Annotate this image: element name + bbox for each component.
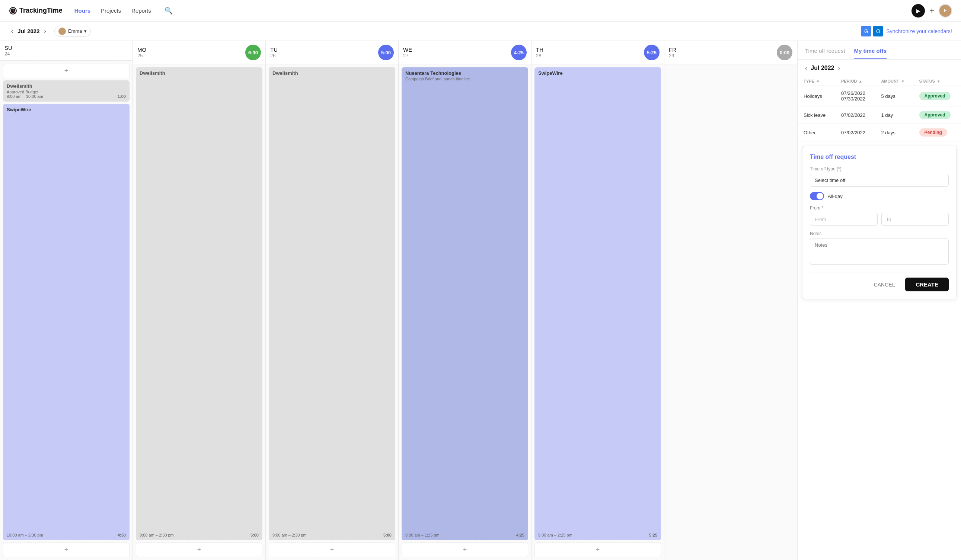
calendar-grid: SU 24 + Dwellsmith Approved Budget 9:00 …: [0, 41, 797, 560]
add-event-sun[interactable]: +: [3, 64, 130, 78]
panel-next-month[interactable]: ›: [838, 65, 840, 71]
col-status[interactable]: STATUS ▾: [913, 77, 961, 86]
nav-hours[interactable]: Hours: [74, 8, 90, 14]
add-event-mon[interactable]: +: [136, 542, 262, 557]
user-chip-avatar: [58, 27, 66, 35]
table-header-row: TYPE ▾ PERIOD ▴ AMOUNT ▾ STATUS ▾: [798, 77, 961, 86]
day-header-sun: SU 24: [0, 41, 132, 61]
cell-status: Approved: [913, 106, 961, 124]
event-dwellsmith-mon[interactable]: Dwellsmith 9:00 am – 2:30 pm 5:00: [136, 67, 262, 540]
day-header-mon: MO 25 6:30: [133, 41, 265, 64]
form-group-from: From *: [810, 205, 949, 226]
amount-sort-icon: ▾: [902, 79, 904, 83]
nav-right: ▶ + E: [911, 4, 952, 18]
main-content: SU 24 + Dwellsmith Approved Budget 9:00 …: [0, 41, 961, 560]
day-abbr-sun: SU: [5, 45, 12, 51]
notes-label: Notes: [810, 231, 949, 236]
time-badge-wed: 4:25: [511, 45, 527, 60]
app-name: TrackingTime: [19, 7, 63, 14]
day-label-mon: MO 25: [137, 47, 146, 58]
event-swipewire-sun[interactable]: SwipeWire 10:00 am – 2:30 pm 4:30: [3, 104, 130, 540]
nav-projects[interactable]: Projects: [101, 8, 121, 14]
user-avatar[interactable]: E: [939, 4, 952, 18]
calendar-icons: G O: [861, 26, 883, 37]
day-label-fri: FR 29: [669, 47, 676, 58]
day-body-mon: Dwellsmith 9:00 am – 2:30 pm 5:00 +: [133, 64, 265, 560]
allday-label: All-day: [828, 194, 843, 199]
time-off-table: TYPE ▾ PERIOD ▴ AMOUNT ▾ STATUS ▾ Holida…: [798, 77, 961, 141]
tab-my-time-offs[interactable]: My time offs: [854, 48, 887, 59]
add-event-tue[interactable]: +: [269, 542, 395, 557]
sync-label[interactable]: Synchronize your calendars!: [886, 28, 952, 34]
cancel-button[interactable]: CANCEL: [868, 278, 901, 291]
day-col-tue: TU 26 5:00 Dwellsmith 9:00 am – 2:30 pm …: [266, 41, 399, 560]
col-amount[interactable]: AMOUNT ▾: [875, 77, 913, 86]
cell-amount: 5 days: [875, 86, 913, 106]
add-event-wed[interactable]: +: [402, 542, 528, 557]
col-period[interactable]: PERIOD ▴: [835, 77, 875, 86]
event-nusantara-wed[interactable]: Nusantara Technologies Campaign Brief an…: [402, 67, 528, 540]
day-col-fri: FR 29 0:00: [664, 41, 797, 560]
cell-period: 07/02/2022: [835, 106, 875, 124]
create-button[interactable]: CREATE: [905, 278, 949, 291]
col-type[interactable]: TYPE ▾: [798, 77, 835, 86]
form-title: Time off request: [810, 154, 949, 160]
day-body-tue: Dwellsmith 9:00 am – 2:30 pm 5:00 +: [266, 64, 398, 560]
toggle-knob: [816, 193, 823, 199]
time-badge-fri: 0:00: [777, 45, 792, 60]
cell-period: 07/26/202207/30/2022: [835, 86, 875, 106]
status-sort-icon: ▾: [938, 79, 939, 83]
day-label-tue: TU 26: [270, 47, 278, 58]
right-panel: Time off request My time offs ‹ Jul 2022…: [797, 41, 961, 560]
event-dwellsmith-tue[interactable]: Dwellsmith 9:00 am – 2:30 pm 5:00: [269, 67, 395, 540]
day-header-wed: WE 27 4:25: [399, 41, 531, 64]
day-header-tue: TU 26 5:00: [266, 41, 398, 64]
cell-amount: 1 day: [875, 106, 913, 124]
nav-reports[interactable]: Reports: [132, 8, 151, 14]
table-row: Other 07/02/2022 2 days Pending: [798, 124, 961, 141]
from-label: From *: [810, 205, 949, 210]
add-event-thu[interactable]: +: [535, 542, 661, 557]
notes-input[interactable]: [810, 239, 949, 265]
panel-prev-month[interactable]: ‹: [805, 65, 807, 71]
event-dwellsmith-sun[interactable]: Dwellsmith Approved Budget 9:00 am – 10:…: [3, 80, 130, 101]
allday-toggle[interactable]: [810, 192, 824, 200]
prev-month-button[interactable]: ‹: [9, 26, 15, 36]
day-header-fri: FR 29 0:00: [664, 41, 797, 64]
status-badge: Approved: [919, 92, 951, 100]
day-body-thu: SwipeWire 9:00 am – 2:25 pm 5:25 +: [532, 64, 664, 560]
nav-links: Hours Projects Reports: [74, 8, 151, 14]
day-col-thu: TH 28 5:25 SwipeWire 9:00 am – 2:25 pm 5…: [532, 41, 664, 560]
form-group-notes: Notes: [810, 231, 949, 266]
user-chip-name: Emma: [68, 28, 82, 34]
table-row: Holidays 07/26/202207/30/2022 5 days App…: [798, 86, 961, 106]
toolbar: ‹ Jul 2022 › Emma ▾ G O Synchronize your…: [0, 22, 961, 41]
add-button[interactable]: +: [929, 6, 934, 16]
next-month-button[interactable]: ›: [42, 26, 48, 36]
search-button[interactable]: 🔍: [164, 7, 173, 15]
event-swipewire-thu[interactable]: SwipeWire 9:00 am – 2:25 pm 5:25: [535, 67, 661, 540]
user-selector[interactable]: Emma ▾: [54, 26, 91, 37]
cell-status: Pending: [913, 124, 961, 141]
allday-toggle-row: All-day: [810, 192, 949, 200]
day-label-sun: SU 24: [5, 45, 12, 56]
play-button[interactable]: ▶: [911, 4, 925, 18]
status-badge: Approved: [919, 111, 951, 119]
from-date-input[interactable]: [810, 213, 877, 226]
navbar: TrackingTime Hours Projects Reports 🔍 ▶ …: [0, 0, 961, 22]
type-sort-icon: ▾: [817, 79, 819, 83]
app-logo: TrackingTime: [9, 7, 63, 15]
day-col-wed: WE 27 4:25 Nusantara Technologies Campai…: [399, 41, 532, 560]
day-abbr-fri: FR: [669, 47, 676, 53]
tab-time-off-request[interactable]: Time off request: [805, 48, 845, 59]
to-date-input[interactable]: [881, 213, 949, 226]
current-month: Jul 2022: [18, 28, 39, 34]
day-body-sun: + Dwellsmith Approved Budget 9:00 am – 1…: [0, 61, 132, 560]
add-event-sun-2[interactable]: +: [3, 542, 130, 557]
chevron-down-icon: ▾: [84, 28, 87, 34]
outlook-calendar-icon: O: [873, 26, 883, 37]
time-off-type-select[interactable]: Select time off Holidays Sick leave Othe…: [810, 174, 949, 187]
time-off-request-form: Time off request Time off type (*) Selec…: [802, 146, 956, 299]
cell-period: 07/02/2022: [835, 124, 875, 141]
cell-type: Holidays: [798, 86, 835, 106]
